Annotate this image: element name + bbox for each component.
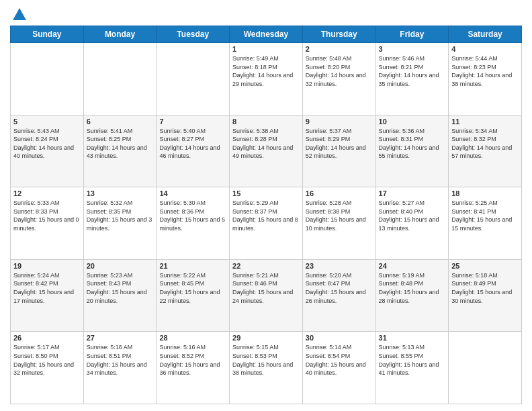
calendar-cell: 4Sunrise: 5:44 AMSunset: 8:23 PMDaylight… xyxy=(449,43,522,116)
day-number: 18 xyxy=(451,189,519,197)
calendar-cell: 27Sunrise: 5:16 AMSunset: 8:51 PMDayligh… xyxy=(83,332,157,404)
calendar-cell: 1Sunrise: 5:49 AMSunset: 8:18 PMDaylight… xyxy=(230,43,303,116)
calendar-cell xyxy=(157,43,230,116)
day-number: 5 xyxy=(13,118,81,126)
day-number: 26 xyxy=(13,334,81,342)
day-info: Sunrise: 5:17 AMSunset: 8:50 PMDaylight:… xyxy=(13,343,81,377)
day-number: 19 xyxy=(13,262,81,270)
calendar-cell: 3Sunrise: 5:46 AMSunset: 8:21 PMDaylight… xyxy=(375,43,449,116)
day-number: 22 xyxy=(232,262,300,270)
calendar-cell: 18Sunrise: 5:25 AMSunset: 8:41 PMDayligh… xyxy=(449,187,522,260)
day-info: Sunrise: 5:40 AMSunset: 8:27 PMDaylight:… xyxy=(159,127,226,161)
svg-marker-0 xyxy=(13,8,26,20)
calendar-cell: 28Sunrise: 5:16 AMSunset: 8:52 PMDayligh… xyxy=(157,332,230,404)
calendar-cell: 23Sunrise: 5:20 AMSunset: 8:47 PMDayligh… xyxy=(302,259,375,332)
day-number: 13 xyxy=(87,189,154,197)
day-info: Sunrise: 5:44 AMSunset: 8:23 PMDaylight:… xyxy=(451,54,519,88)
calendar-cell: 14Sunrise: 5:30 AMSunset: 8:36 PMDayligh… xyxy=(157,187,230,260)
calendar-cell: 8Sunrise: 5:38 AMSunset: 8:28 PMDaylight… xyxy=(230,115,303,187)
calendar-cell: 21Sunrise: 5:22 AMSunset: 8:45 PMDayligh… xyxy=(157,259,230,332)
day-number: 25 xyxy=(451,262,519,270)
calendar-cell xyxy=(449,332,522,404)
calendar-week-5: 26Sunrise: 5:17 AMSunset: 8:50 PMDayligh… xyxy=(11,332,522,404)
day-number: 7 xyxy=(159,118,226,126)
day-number: 23 xyxy=(306,262,373,270)
day-info: Sunrise: 5:34 AMSunset: 8:32 PMDaylight:… xyxy=(451,127,519,161)
day-info: Sunrise: 5:49 AMSunset: 8:18 PMDaylight:… xyxy=(232,54,300,88)
calendar-cell: 25Sunrise: 5:18 AMSunset: 8:49 PMDayligh… xyxy=(449,259,522,332)
calendar-cell: 5Sunrise: 5:43 AMSunset: 8:24 PMDaylight… xyxy=(11,115,84,187)
day-number: 15 xyxy=(232,189,300,197)
calendar-cell: 31Sunrise: 5:13 AMSunset: 8:55 PMDayligh… xyxy=(375,332,449,404)
day-number: 16 xyxy=(306,189,373,197)
logo xyxy=(10,7,28,20)
header xyxy=(10,7,522,20)
day-info: Sunrise: 5:25 AMSunset: 8:41 PMDaylight:… xyxy=(451,199,519,232)
day-info: Sunrise: 5:33 AMSunset: 8:33 PMDaylight:… xyxy=(13,199,81,232)
day-number: 10 xyxy=(379,118,446,126)
day-info: Sunrise: 5:29 AMSunset: 8:37 PMDaylight:… xyxy=(232,199,300,232)
day-number: 4 xyxy=(451,45,519,53)
day-info: Sunrise: 5:14 AMSunset: 8:54 PMDaylight:… xyxy=(306,343,373,377)
calendar-cell: 11Sunrise: 5:34 AMSunset: 8:32 PMDayligh… xyxy=(449,115,522,187)
day-info: Sunrise: 5:46 AMSunset: 8:21 PMDaylight:… xyxy=(379,54,446,88)
day-number: 8 xyxy=(232,118,300,126)
day-number: 2 xyxy=(306,45,373,53)
day-info: Sunrise: 5:41 AMSunset: 8:25 PMDaylight:… xyxy=(87,127,154,161)
day-info: Sunrise: 5:16 AMSunset: 8:51 PMDaylight:… xyxy=(87,343,154,377)
day-info: Sunrise: 5:18 AMSunset: 8:49 PMDaylight:… xyxy=(451,271,519,305)
calendar-cell: 13Sunrise: 5:32 AMSunset: 8:35 PMDayligh… xyxy=(83,187,157,260)
day-number: 31 xyxy=(379,334,446,342)
weekday-header-row: SundayMondayTuesdayWednesdayThursdayFrid… xyxy=(11,26,522,43)
day-info: Sunrise: 5:24 AMSunset: 8:42 PMDaylight:… xyxy=(13,271,81,305)
calendar-cell xyxy=(11,43,84,116)
calendar-cell: 19Sunrise: 5:24 AMSunset: 8:42 PMDayligh… xyxy=(11,259,84,332)
day-info: Sunrise: 5:16 AMSunset: 8:52 PMDaylight:… xyxy=(159,343,226,377)
calendar-cell: 9Sunrise: 5:37 AMSunset: 8:29 PMDaylight… xyxy=(302,115,375,187)
calendar-cell: 30Sunrise: 5:14 AMSunset: 8:54 PMDayligh… xyxy=(302,332,375,404)
calendar-cell: 17Sunrise: 5:27 AMSunset: 8:40 PMDayligh… xyxy=(375,187,449,260)
calendar-cell: 6Sunrise: 5:41 AMSunset: 8:25 PMDaylight… xyxy=(83,115,157,187)
calendar-cell: 16Sunrise: 5:28 AMSunset: 8:38 PMDayligh… xyxy=(302,187,375,260)
day-number: 14 xyxy=(159,189,226,197)
day-number: 29 xyxy=(232,334,300,342)
weekday-header-saturday: Saturday xyxy=(449,26,522,43)
day-info: Sunrise: 5:36 AMSunset: 8:31 PMDaylight:… xyxy=(379,127,446,161)
calendar-cell: 7Sunrise: 5:40 AMSunset: 8:27 PMDaylight… xyxy=(157,115,230,187)
day-info: Sunrise: 5:28 AMSunset: 8:38 PMDaylight:… xyxy=(306,199,373,232)
weekday-header-tuesday: Tuesday xyxy=(157,26,230,43)
day-info: Sunrise: 5:19 AMSunset: 8:48 PMDaylight:… xyxy=(379,271,446,305)
day-number: 1 xyxy=(232,45,300,53)
day-info: Sunrise: 5:32 AMSunset: 8:35 PMDaylight:… xyxy=(87,199,154,232)
day-info: Sunrise: 5:48 AMSunset: 8:20 PMDaylight:… xyxy=(306,54,373,88)
day-number: 12 xyxy=(13,189,81,197)
day-info: Sunrise: 5:38 AMSunset: 8:28 PMDaylight:… xyxy=(232,127,300,161)
day-info: Sunrise: 5:20 AMSunset: 8:47 PMDaylight:… xyxy=(306,271,373,305)
weekday-header-wednesday: Wednesday xyxy=(230,26,303,43)
weekday-header-friday: Friday xyxy=(375,26,449,43)
calendar-week-2: 5Sunrise: 5:43 AMSunset: 8:24 PMDaylight… xyxy=(11,115,522,187)
calendar-cell: 2Sunrise: 5:48 AMSunset: 8:20 PMDaylight… xyxy=(302,43,375,116)
calendar-week-3: 12Sunrise: 5:33 AMSunset: 8:33 PMDayligh… xyxy=(11,187,522,260)
day-info: Sunrise: 5:21 AMSunset: 8:46 PMDaylight:… xyxy=(232,271,300,305)
day-number: 24 xyxy=(379,262,446,270)
calendar-week-1: 1Sunrise: 5:49 AMSunset: 8:18 PMDaylight… xyxy=(11,43,522,116)
day-info: Sunrise: 5:23 AMSunset: 8:43 PMDaylight:… xyxy=(87,271,154,305)
calendar-cell: 12Sunrise: 5:33 AMSunset: 8:33 PMDayligh… xyxy=(11,187,84,260)
day-info: Sunrise: 5:22 AMSunset: 8:45 PMDaylight:… xyxy=(159,271,226,305)
calendar-cell: 29Sunrise: 5:15 AMSunset: 8:53 PMDayligh… xyxy=(230,332,303,404)
day-number: 20 xyxy=(87,262,154,270)
day-info: Sunrise: 5:13 AMSunset: 8:55 PMDaylight:… xyxy=(379,343,446,377)
day-number: 3 xyxy=(379,45,446,53)
day-number: 11 xyxy=(451,118,519,126)
weekday-header-sunday: Sunday xyxy=(11,26,84,43)
day-number: 9 xyxy=(306,118,373,126)
day-number: 6 xyxy=(87,118,154,126)
weekday-header-thursday: Thursday xyxy=(302,26,375,43)
weekday-header-monday: Monday xyxy=(83,26,157,43)
calendar-table: SundayMondayTuesdayWednesdayThursdayFrid… xyxy=(10,26,522,404)
calendar-cell: 10Sunrise: 5:36 AMSunset: 8:31 PMDayligh… xyxy=(375,115,449,187)
day-number: 17 xyxy=(379,189,446,197)
calendar-cell xyxy=(83,43,157,116)
calendar-cell: 24Sunrise: 5:19 AMSunset: 8:48 PMDayligh… xyxy=(375,259,449,332)
